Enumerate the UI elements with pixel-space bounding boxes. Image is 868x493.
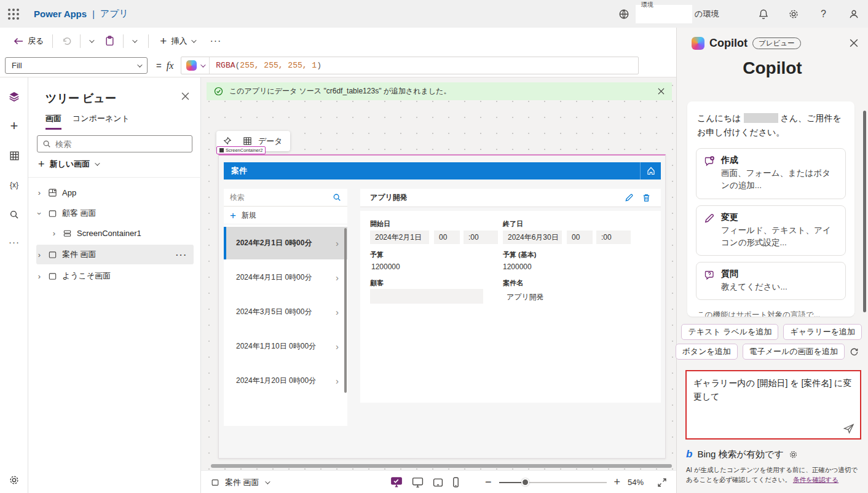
- terms-link[interactable]: 条件を確認する: [793, 476, 838, 483]
- start-minute-value[interactable]: :00: [464, 231, 498, 244]
- tree-item-welcome-screen[interactable]: › ようこそ画面: [36, 267, 194, 285]
- gallery-new-button[interactable]: + 新規: [224, 207, 347, 224]
- fullscreen-expand-icon[interactable]: [657, 478, 667, 487]
- settings-gear-icon[interactable]: [787, 8, 799, 20]
- rail-settings-gear-icon[interactable]: [0, 471, 28, 489]
- variables-rail-icon[interactable]: {x}: [0, 176, 28, 194]
- formula-input[interactable]: RGBA(255, 255, 255, 1): [181, 57, 639, 74]
- gallery-item[interactable]: 2024年3月5日 0時00分 ›: [224, 296, 347, 328]
- edit-record-pencil-icon[interactable]: [625, 193, 634, 202]
- customer-input-empty[interactable]: [370, 289, 483, 304]
- waffle-menu-icon[interactable]: [8, 9, 19, 20]
- account-person-icon[interactable]: [848, 8, 859, 20]
- notifications-bell-icon[interactable]: [757, 8, 769, 20]
- data-tab-label[interactable]: データ: [258, 136, 283, 147]
- formula-text[interactable]: RGBA(255, 255, 255, 1): [210, 61, 322, 70]
- copilot-prompt-input[interactable]: ギャラリー内の [開始日] を [案件名] に変更して: [685, 370, 861, 440]
- tree-item-screencontainer1[interactable]: › ScreenContainer1: [51, 224, 194, 242]
- property-selector[interactable]: Fill: [5, 57, 148, 74]
- budget-base-value[interactable]: 1200000: [503, 262, 532, 271]
- suggestion-chip-add-gallery[interactable]: ギャラリーを追加: [783, 324, 862, 340]
- chevron-right-icon[interactable]: ›: [36, 188, 42, 197]
- brand-title[interactable]: Power Apps: [34, 9, 87, 19]
- suggestion-chip-add-email-screen[interactable]: 電子メールの画面を追加: [743, 344, 845, 360]
- insert-rail-icon[interactable]: +: [0, 117, 28, 135]
- budget-value[interactable]: 1200000: [371, 262, 400, 271]
- end-hour-value[interactable]: 00: [567, 231, 593, 244]
- gallery-item[interactable]: 2024年4月1日 0時00分 ›: [224, 261, 347, 294]
- end-date-value[interactable]: 2024年6月30日: [503, 231, 562, 244]
- end-minute-value[interactable]: :00: [596, 231, 631, 244]
- chevron-right-icon[interactable]: ›: [51, 229, 57, 238]
- new-screen-button[interactable]: + 新しい画面: [38, 159, 98, 170]
- tab-screens[interactable]: 画面: [45, 113, 61, 130]
- app-header-bar[interactable]: 案件: [224, 162, 661, 179]
- copilot-card-question[interactable]: 質問 教えてください...: [696, 262, 846, 300]
- tree-search-input[interactable]: [55, 140, 178, 149]
- case-name-value[interactable]: アプリ開発: [507, 292, 544, 302]
- undo-icon[interactable]: [61, 36, 71, 46]
- chevron-right-icon[interactable]: ›: [336, 272, 339, 283]
- home-icon[interactable]: [640, 162, 661, 179]
- chevron-right-icon[interactable]: ›: [336, 238, 339, 248]
- gallery-item[interactable]: 2024年1月20日 0時00分 ›: [224, 365, 347, 397]
- canvas-horizontal-scrollbar[interactable]: [211, 464, 672, 468]
- phone-preview-icon[interactable]: [452, 477, 459, 487]
- copilot-card-modify[interactable]: 変更 フィールド、テキスト、アイコンの形式設定...: [696, 205, 846, 256]
- more-commands-icon[interactable]: ···: [210, 36, 221, 47]
- gallery-scrollbar[interactable]: [344, 228, 347, 393]
- delete-record-trash-icon[interactable]: [642, 193, 651, 202]
- start-hour-value[interactable]: 00: [434, 231, 460, 244]
- help-icon[interactable]: ?: [818, 8, 829, 20]
- canvas-settings-active-icon[interactable]: [390, 476, 403, 488]
- copilot-scrollbar[interactable]: [863, 111, 866, 312]
- zoom-percent[interactable]: 54%: [628, 478, 644, 487]
- chevron-right-icon[interactable]: ›: [36, 272, 42, 281]
- chevron-down-icon[interactable]: ›: [35, 210, 44, 216]
- tablet-preview-icon[interactable]: [433, 478, 443, 487]
- formula-copilot-button[interactable]: [181, 57, 210, 74]
- chevron-right-icon[interactable]: ›: [336, 341, 339, 352]
- tree-item-app[interactable]: › App: [36, 183, 194, 202]
- zoom-slider-thumb[interactable]: [521, 478, 529, 486]
- notification-close-icon[interactable]: [658, 88, 665, 95]
- more-rail-icon[interactable]: ···: [0, 232, 28, 251]
- pin-icon[interactable]: [223, 136, 232, 146]
- data-rail-icon[interactable]: [0, 146, 28, 165]
- send-icon[interactable]: [843, 422, 855, 435]
- paste-button[interactable]: [105, 36, 114, 46]
- tree-item-case-screen[interactable]: › 案件 画面 ···: [36, 245, 194, 264]
- back-button[interactable]: 戻る: [14, 36, 44, 47]
- refresh-suggestions-icon[interactable]: [850, 347, 862, 357]
- paste-dropdown-chevron[interactable]: [132, 37, 137, 42]
- suggestion-chip-add-button[interactable]: ボタンを追加: [676, 344, 738, 360]
- tab-components[interactable]: コンポーネント: [73, 113, 130, 130]
- brand-section[interactable]: アプリ: [100, 8, 128, 20]
- chevron-right-icon[interactable]: ›: [36, 250, 42, 259]
- gallery-search-box[interactable]: 検索: [224, 189, 347, 207]
- start-date-value[interactable]: 2024年2月1日: [370, 231, 429, 244]
- zoom-in-icon[interactable]: +: [614, 476, 621, 489]
- gallery-item[interactable]: 2024年2月1日 0時00分 ›: [224, 227, 347, 259]
- insert-button[interactable]: + 挿入: [160, 35, 195, 47]
- desktop-preview-icon[interactable]: [412, 477, 424, 488]
- item-more-icon[interactable]: ···: [176, 250, 187, 259]
- app-screen[interactable]: 案件 検索 + 新規 2024年2月1日 0時00分 ›: [218, 154, 666, 459]
- tree-search-box[interactable]: [37, 135, 192, 152]
- chevron-right-icon[interactable]: ›: [336, 307, 339, 317]
- copilot-card-create[interactable]: 作成 画面、フォーム、またはボタンの追加...: [696, 148, 846, 199]
- container-selection-tag[interactable]: ScreenContainer2: [216, 146, 266, 154]
- undo-dropdown-chevron[interactable]: [89, 37, 94, 42]
- bing-settings-gear-icon[interactable]: [789, 450, 798, 459]
- copilot-close-icon[interactable]: [850, 39, 858, 47]
- tree-view-rail-icon[interactable]: [0, 87, 28, 106]
- environment-picker[interactable]: 環境 の環境: [618, 0, 719, 28]
- suggestion-chip-add-text-label[interactable]: テキスト ラベルを追加: [681, 324, 778, 340]
- zoom-out-icon[interactable]: −: [485, 476, 492, 489]
- tree-item-customer-screen[interactable]: › 顧客 画面: [36, 204, 194, 223]
- zoom-slider[interactable]: [499, 482, 607, 483]
- tree-close-icon[interactable]: [181, 92, 189, 100]
- screen-selector[interactable]: 案件 画面: [211, 471, 269, 493]
- data-table-icon[interactable]: [243, 136, 252, 146]
- chevron-right-icon[interactable]: ›: [336, 376, 339, 386]
